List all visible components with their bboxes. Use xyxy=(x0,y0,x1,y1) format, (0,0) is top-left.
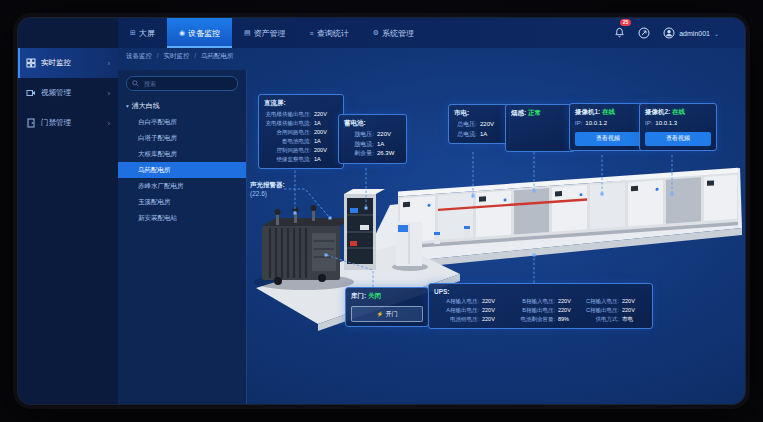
tree-item-1[interactable]: 白塔子配电房 xyxy=(118,130,246,146)
breadcrumb-current-room[interactable]: 乌药配电所 xyxy=(201,52,234,59)
metric-value: 220V xyxy=(377,130,401,140)
tree-parent-line[interactable]: ▾ 浦大白线 xyxy=(118,98,246,114)
nav-item-device-monitor[interactable]: ◉ 设备监控 xyxy=(167,18,232,48)
metric-label: 蓄电池电流: xyxy=(264,137,311,146)
camera2-status: 在线 xyxy=(672,108,685,115)
view-video-button[interactable]: 查看视频 xyxy=(645,132,711,146)
sidebar-item-access-control[interactable]: 门禁管理 › xyxy=(18,108,118,138)
metric-value: 1A xyxy=(377,140,401,150)
metric-label: A相输入电压: xyxy=(434,297,479,306)
nav-item-dashboard[interactable]: ⊞ 大屏 xyxy=(118,18,167,48)
fullscreen-icon[interactable] xyxy=(638,27,650,39)
camera1-panel: 摄像机1: 在线 IP:10.0.1.2 查看视频 xyxy=(569,103,647,151)
breadcrumb-separator: / xyxy=(194,52,196,59)
metric-value: 220V xyxy=(482,306,506,315)
tree-parent-label: 浦大白线 xyxy=(132,101,160,111)
metric-label: 绝缘监察电流: xyxy=(264,155,311,164)
metric-label: 电池剩余容量: xyxy=(508,315,555,324)
sidebar-item-realtime-monitor[interactable]: 实时监控 › xyxy=(18,48,118,78)
sidebar-item-label: 视频管理 xyxy=(41,88,71,98)
breadcrumb-realtime[interactable]: 实时监控 xyxy=(163,52,189,59)
tree-item-6[interactable]: 新安装配电站 xyxy=(118,210,246,226)
metric-label: 总电流: xyxy=(454,130,477,140)
metric-value: 89% xyxy=(558,315,582,324)
metric-value: 26.3W xyxy=(377,149,401,159)
metric-label: 放电压: xyxy=(344,130,374,140)
gear-icon: ⚙ xyxy=(373,29,379,37)
smoke-sensor-panel: 烟感: 正常 xyxy=(505,104,575,152)
nav-item-system[interactable]: ⚙ 系统管理 xyxy=(361,18,426,48)
chevron-down-icon: ⌄ xyxy=(714,30,719,37)
username: admin001 xyxy=(679,30,710,37)
tree-collapse-icon: ▾ xyxy=(126,103,129,109)
tree-item-3-selected[interactable]: 乌药配电所 xyxy=(118,162,246,178)
metric-label: 控制回路电压: xyxy=(264,146,311,155)
breadcrumb-device-monitor[interactable]: 设备监控 xyxy=(126,52,152,59)
nav-right-cluster: 25 admin001 ⌄ xyxy=(614,18,745,48)
device-frame: ⊞ 大屏 ◉ 设备监控 ▤ 资产管理 ≡ 查询统计 ⚙ 系统管理 xyxy=(0,0,763,422)
battery-panel: 蓄电池: 放电压:220V 放电流:1A 剩余量:26.3W xyxy=(338,114,407,164)
nav-label: 查询统计 xyxy=(317,28,349,39)
avatar-icon xyxy=(663,27,675,39)
station-tree-panel: ▾ 浦大白线 自白亭配电所 白塔子配电房 大板库配电房 乌药配电所 赤峰水厂配电… xyxy=(118,70,247,404)
bell-icon xyxy=(614,27,625,38)
tree-item-5[interactable]: 玉溪配电房 xyxy=(118,194,246,210)
panel-title: 蓄电池: xyxy=(344,119,401,128)
panel-title: 摄像机2: xyxy=(645,108,670,115)
open-door-button[interactable]: ⚡ 开门 xyxy=(351,306,423,322)
metric-value: 220V xyxy=(558,297,582,306)
metric-value: 220V xyxy=(482,297,506,306)
power-room-3d-scene xyxy=(248,148,745,388)
notifications-button[interactable]: 25 xyxy=(614,24,625,42)
panel-title: 烟感: xyxy=(511,109,526,116)
panel-title: 库门: xyxy=(351,292,366,299)
sidebar-item-video-manage[interactable]: 视频管理 › xyxy=(18,78,118,108)
chevron-right-icon: › xyxy=(108,90,110,97)
unlock-icon: ⚡ xyxy=(377,311,384,317)
breadcrumb-separator: / xyxy=(157,52,159,59)
realtime-monitor-icon xyxy=(26,58,36,68)
metric-value: 220V xyxy=(314,110,338,119)
metric-label: C相输出电压: xyxy=(584,306,619,315)
metric-label: 充电模块输出电流: xyxy=(264,119,311,128)
nav-item-query-stats[interactable]: ≡ 查询统计 xyxy=(298,18,361,48)
nav-label: 设备监控 xyxy=(188,28,220,39)
camera2-ip: 10.0.1.3 xyxy=(655,119,677,129)
search-input[interactable] xyxy=(142,80,226,88)
asset-icon: ▤ xyxy=(244,29,251,37)
top-nav: ⊞ 大屏 ◉ 设备监控 ▤ 资产管理 ≡ 查询统计 ⚙ 系统管理 xyxy=(18,18,745,48)
sidebar-item-label: 实时监控 xyxy=(41,58,71,68)
panel-title: 直流屏: xyxy=(264,99,338,108)
monitor-icon: ◉ xyxy=(179,29,185,37)
door-icon xyxy=(26,118,36,128)
metric-label: B相输入电压: xyxy=(508,297,555,306)
camera1-status: 在线 xyxy=(602,108,615,115)
metric-label: 供电方式: xyxy=(584,315,619,324)
transformer xyxy=(254,205,354,290)
metric-value: 220V xyxy=(622,306,646,315)
nav-label: 资产管理 xyxy=(254,28,286,39)
sidebar: 实时监控 › 视频管理 › 门禁管理 › xyxy=(18,48,118,404)
tree-item-4[interactable]: 赤峰水厂配电房 xyxy=(118,178,246,194)
screen-icon: ⊞ xyxy=(130,29,136,37)
metric-label: 充电模块输出电压: xyxy=(264,110,311,119)
tree-item-0[interactable]: 自白亭配电所 xyxy=(118,114,246,130)
mains-panel: 市电: 总电压:220V 总电流:1A xyxy=(448,104,510,144)
metric-label: A相输出电压: xyxy=(434,306,479,315)
metric-value: 220V xyxy=(558,306,582,315)
camera1-ip: 10.0.1.2 xyxy=(585,119,607,129)
metric-value: 市电 xyxy=(622,315,646,324)
panel-title: UPS: xyxy=(434,288,647,295)
metric-label: 电池组电压: xyxy=(434,315,479,324)
metric-value: 1A xyxy=(314,119,338,128)
nav-label: 大屏 xyxy=(139,28,155,39)
door-panel: 库门: 关闭 ⚡ 开门 xyxy=(345,287,429,327)
view-video-button[interactable]: 查看视频 xyxy=(575,132,641,146)
stats-icon: ≡ xyxy=(310,30,314,37)
tree-item-2[interactable]: 大板库配电房 xyxy=(118,146,246,162)
nav-item-asset[interactable]: ▤ 资产管理 xyxy=(232,18,298,48)
main-content: 设备监控 / 实时监控 / 乌药配电所 ▾ 浦大白线 xyxy=(118,48,745,404)
user-menu[interactable]: admin001 ⌄ xyxy=(663,27,719,39)
nav-label: 系统管理 xyxy=(382,28,414,39)
metric-label: 总电压: xyxy=(454,120,477,130)
